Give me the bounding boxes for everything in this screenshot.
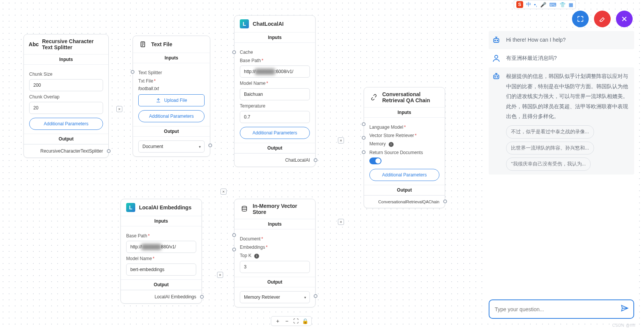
source-chip[interactable]: "我很庆幸自己没有受伤，我认为... <box>506 157 591 171</box>
canvas-toolbar: + − ⛶ 🔒 <box>271 316 312 326</box>
ime-status-bar[interactable]: S 中 •, 🎤 ⌨ 👕 ▦ <box>514 0 576 9</box>
node-vector-store[interactable]: In-Memory Vector Store Inputs Document* … <box>234 199 316 307</box>
text-splitter-port-label: Text Splitter <box>138 70 205 75</box>
model-name-input[interactable] <box>126 264 196 276</box>
document-handle[interactable] <box>232 233 236 237</box>
required-mark: * <box>266 81 268 86</box>
ime-toolbox-icon[interactable]: ▦ <box>569 2 573 8</box>
additional-params-button[interactable]: Additional Parameters <box>240 127 310 139</box>
output-handle[interactable] <box>200 295 204 299</box>
embeddings-port-label: Embeddings <box>240 245 265 250</box>
output-select[interactable] <box>240 291 310 303</box>
embeddings-handle[interactable] <box>232 248 236 251</box>
required-mark: * <box>261 236 263 242</box>
svg-point-4 <box>497 40 498 41</box>
additional-params-button[interactable]: Additional Parameters <box>138 110 205 122</box>
return-source-label: Return Source Documents <box>369 150 439 155</box>
edge-delete-3[interactable]: × <box>217 272 223 278</box>
additional-params-button[interactable]: Additional Parameters <box>369 169 439 181</box>
output-handle[interactable] <box>208 143 212 147</box>
edge-delete-1[interactable]: × <box>116 106 122 112</box>
ime-voice-icon[interactable]: 🎤 <box>540 2 546 8</box>
required-mark: * <box>153 256 155 261</box>
file-name: football.txt <box>138 86 205 91</box>
output-select[interactable] <box>138 140 205 153</box>
source-chip[interactable]: 不过，似乎是看过中泰之战的录像... <box>506 125 594 139</box>
txt-file-label: Txt File <box>138 78 153 84</box>
return-source-toggle[interactable] <box>369 157 381 164</box>
chunk-overlap-input[interactable] <box>29 102 103 114</box>
chat-input-container <box>489 299 634 319</box>
edge-delete-5[interactable]: × <box>338 219 344 225</box>
memory-port-label: Memory <box>369 141 386 147</box>
node-title: LocalAI Embeddings <box>139 204 191 210</box>
send-button[interactable] <box>621 304 629 314</box>
fit-view-button[interactable]: ⛶ <box>292 318 299 324</box>
chat-panel: Hi there! How can I help? 有亚洲杯最近消息吗? 根据提… <box>486 30 637 322</box>
zoom-out-button[interactable]: − <box>283 318 290 324</box>
temperature-input[interactable] <box>240 111 310 123</box>
node-qa-chain[interactable]: Conversational Retrieval QA Chain Inputs… <box>364 87 445 208</box>
retriever-handle[interactable] <box>362 136 366 140</box>
clipboard-icon <box>138 40 147 49</box>
ime-lang[interactable]: 中 <box>526 1 531 8</box>
lock-button[interactable]: 🔒 <box>302 318 308 324</box>
output-label: Output <box>24 134 108 144</box>
ime-skin-icon[interactable]: 👕 <box>560 2 566 8</box>
localai-icon: L <box>240 19 249 28</box>
chunk-size-label: Chunk Size <box>29 72 103 77</box>
expand-icon <box>577 15 584 23</box>
edge-delete-2[interactable]: × <box>220 189 227 195</box>
chunk-size-input[interactable] <box>29 79 103 91</box>
localai-icon: L <box>126 203 135 212</box>
output-name: LocalAI Embeddings <box>121 290 202 303</box>
base-path-input[interactable]: http://██████:6008/v1/ <box>240 65 310 78</box>
ime-keyboard-icon[interactable]: ⌨ <box>549 2 556 8</box>
edge-delete-4[interactable]: × <box>338 137 344 143</box>
database-icon <box>240 204 249 214</box>
chat-message-bot: 根据提供的信息，韩国队似乎计划调整阵容以应对与中国的比赛，特别是在中场防守方面。… <box>489 67 634 175</box>
temperature-label: Temperature <box>240 103 310 109</box>
lm-handle[interactable] <box>362 122 366 126</box>
svg-point-1 <box>242 206 247 208</box>
chat-message-user: 有亚洲杯最近消息吗? <box>489 49 634 67</box>
expand-button[interactable] <box>572 11 589 27</box>
action-buttons <box>572 11 633 27</box>
send-icon <box>621 304 629 312</box>
zoom-in-button[interactable]: + <box>274 318 281 324</box>
output-label: Output <box>121 279 202 290</box>
clear-button[interactable] <box>594 11 611 27</box>
source-chip[interactable]: 比世界一流球队的阵容。孙兴慜和... <box>506 142 594 155</box>
text-splitter-handle[interactable] <box>131 70 134 74</box>
inputs-label: Inputs <box>234 219 315 229</box>
required-mark: * <box>261 58 263 63</box>
output-handle[interactable] <box>107 149 111 153</box>
close-button[interactable] <box>616 11 633 27</box>
base-path-input[interactable]: http://██████880/v1/ <box>126 241 196 253</box>
document-port-label: Document <box>240 236 261 242</box>
node-text-file[interactable]: Text File Inputs Text Splitter Txt File*… <box>133 36 210 157</box>
cache-handle[interactable] <box>232 50 236 54</box>
upload-file-button[interactable]: Upload File <box>138 94 205 106</box>
chat-input[interactable] <box>494 306 621 313</box>
node-title: Recursive Character Text Splitter <box>42 38 103 50</box>
svg-point-5 <box>495 55 498 58</box>
node-chat-local-ai[interactable]: L ChatLocalAI Inputs Cache Base Path* ht… <box>234 15 316 167</box>
memory-handle[interactable] <box>362 150 366 154</box>
additional-params-button[interactable]: Additional Parameters <box>29 118 103 130</box>
model-name-input[interactable] <box>240 88 310 100</box>
output-handle[interactable] <box>314 294 317 298</box>
top-k-label: Top K <box>240 253 252 258</box>
info-icon[interactable]: i <box>254 254 259 259</box>
user-avatar-icon <box>491 53 502 64</box>
chat-greeting: Hi there! How can I help? <box>506 35 566 45</box>
top-k-input[interactable] <box>240 261 310 273</box>
info-icon[interactable]: i <box>389 142 394 147</box>
node-local-embeddings[interactable]: L LocalAI Embeddings Inputs Base Path* h… <box>120 199 202 304</box>
output-label: Output <box>133 126 210 137</box>
output-handle[interactable] <box>314 158 317 162</box>
node-title: ChatLocalAI <box>253 21 284 27</box>
node-text-splitter[interactable]: Abc Recursive Character Text Splitter In… <box>23 34 109 158</box>
output-handle[interactable] <box>443 200 447 203</box>
ime-punctuation-icon[interactable]: •, <box>534 2 537 8</box>
